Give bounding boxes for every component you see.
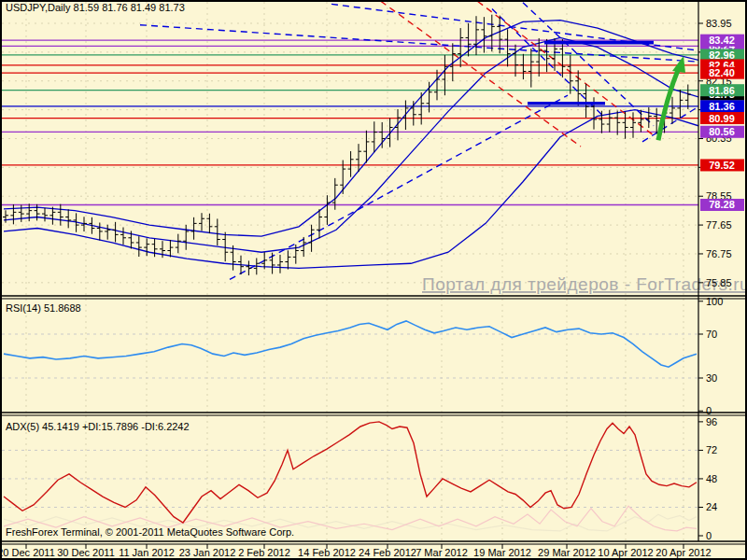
date-label: 2 Feb 2012 — [238, 547, 290, 558]
price-badge-82.40: 82.40 — [700, 67, 744, 79]
badge-value: 78.28 — [709, 199, 735, 210]
scale-label: 83.95 — [706, 18, 732, 29]
price-badge-80.99: 80.99 — [700, 112, 744, 124]
price-badge-79.52: 79.52 — [700, 159, 744, 171]
chart-canvas[interactable]: Портал для трейдеров - ForTraders.ru 83.… — [0, 0, 747, 560]
scale-label: 72 — [706, 444, 717, 455]
badge-value: 81.36 — [709, 101, 735, 112]
badge-value: 80.99 — [709, 113, 735, 124]
scale-label: 96 — [706, 416, 717, 427]
price-badge-83.42: 83.42 — [700, 35, 744, 47]
terminal-window: Портал для трейдеров - ForTraders.ru 83.… — [0, 0, 747, 560]
price-badge-80.56: 80.56 — [700, 126, 744, 138]
chart-title: USDJPY,Daily 81.59 81.76 81.49 81.73 — [6, 2, 185, 13]
date-label: 20 Apr 2012 — [655, 547, 711, 558]
badge-value: 81.86 — [709, 85, 735, 96]
date-label: 14 Feb 2012 — [298, 547, 356, 558]
scale-label: 77.65 — [706, 219, 732, 231]
adx-indicator-label: ADX(5) 45.1419 +DI:15.7896 -DI:6.2242 — [6, 421, 190, 432]
scale-label: 24 — [706, 501, 717, 512]
date-label: 10 Apr 2012 — [598, 547, 653, 558]
scale-label: 100 — [706, 296, 723, 307]
date-label: 20 Dec 2011 — [0, 547, 55, 558]
scale-label: 30 — [706, 372, 717, 384]
date-label: 30 Dec 2011 — [57, 547, 115, 558]
badge-value: 83.42 — [709, 35, 735, 46]
scale-label: 75.85 — [706, 277, 732, 288]
rsi-indicator-label: RSI(14) 51.8688 — [6, 302, 81, 314]
badge-value: 80.56 — [709, 126, 735, 137]
scale-label: 0 — [706, 405, 712, 416]
date-label: 29 Mar 2012 — [538, 547, 596, 558]
date-label: 11 Jan 2012 — [119, 547, 175, 558]
badge-value: 79.52 — [709, 160, 735, 171]
date-label: 23 Jan 2012 — [179, 547, 236, 558]
scale-label: 76.75 — [706, 248, 732, 259]
badge-value: 82.40 — [709, 67, 735, 78]
date-label: 7 Mar 2012 — [416, 547, 468, 558]
copyright-text: FreshForex Terminal, © 2001-2011 MetaQuo… — [6, 526, 294, 538]
price-badge-81.36: 81.36 — [700, 100, 744, 112]
date-label: 19 Mar 2012 — [473, 547, 531, 558]
price-badge-81.86: 81.86 — [700, 84, 744, 96]
scale-label: 70 — [706, 329, 717, 340]
scale-label: 0 — [706, 530, 712, 541]
price-badge-78.28: 78.28 — [700, 199, 744, 211]
date-label: 24 Feb 2012 — [359, 547, 416, 558]
scale-label: 48 — [706, 473, 717, 484]
time-axis[interactable]: 20 Dec 201130 Dec 201111 Jan 201223 Jan … — [0, 544, 712, 558]
